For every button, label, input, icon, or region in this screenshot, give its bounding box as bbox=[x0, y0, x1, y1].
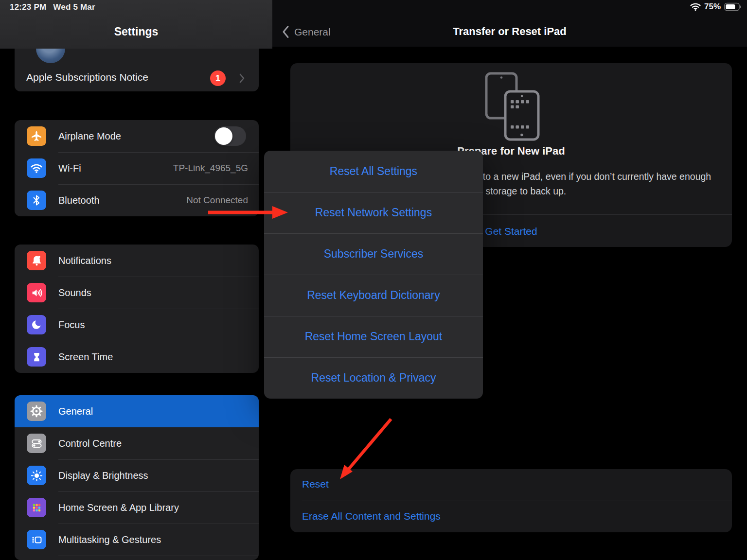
sidebar-title: Settings bbox=[0, 25, 272, 38]
chevron-right-icon bbox=[239, 73, 245, 83]
back-label: General bbox=[294, 26, 331, 38]
divider bbox=[58, 556, 259, 556]
notification-badge: 1 bbox=[210, 70, 226, 86]
airplane-mode-toggle[interactable] bbox=[214, 126, 246, 146]
status-time-date: 12:23 PMWed 5 Mar bbox=[10, 2, 95, 12]
menu-item-reset-network-settings[interactable]: Reset Network Settings bbox=[264, 192, 483, 233]
moon-icon bbox=[27, 315, 46, 334]
wifi-value: TP-Link_4965_5G bbox=[173, 163, 248, 174]
connectivity-card: Airplane Mode Wi-Fi TP-Link_4965_5G bbox=[15, 120, 259, 216]
app-grid-icon bbox=[27, 498, 46, 517]
sidebar-item-control-centre[interactable]: Control Centre bbox=[15, 427, 259, 459]
display-brightness-label: Display & Brightness bbox=[58, 470, 148, 481]
notifications-row[interactable]: Notifications bbox=[15, 245, 259, 277]
red-arrow-to-reset-link bbox=[331, 414, 404, 487]
speaker-icon bbox=[27, 283, 46, 302]
menu-item-reset-home-screen-layout[interactable]: Reset Home Screen Layout bbox=[264, 316, 483, 357]
wifi-status-icon bbox=[690, 3, 701, 11]
multitask-icon bbox=[27, 530, 46, 549]
airplane-mode-row[interactable]: Airplane Mode bbox=[15, 120, 259, 152]
toggles-icon bbox=[27, 434, 46, 453]
sounds-label: Sounds bbox=[58, 287, 91, 298]
home-screen-label: Home Screen & App Library bbox=[58, 502, 179, 513]
wifi-label: Wi-Fi bbox=[58, 163, 81, 174]
bell-icon bbox=[27, 251, 46, 270]
detail-nav-bar bbox=[272, 0, 747, 47]
menu-item-subscriber-services[interactable]: Subscriber Services bbox=[264, 233, 483, 275]
sounds-row[interactable]: Sounds bbox=[15, 277, 259, 309]
general-card: General Control Centre bbox=[15, 395, 259, 560]
sidebar-item-home-screen[interactable]: Home Screen & App Library bbox=[15, 491, 259, 524]
control-centre-label: Control Centre bbox=[58, 438, 122, 449]
erase-all-link[interactable]: Erase All Content and Settings bbox=[302, 510, 441, 522]
gear-icon bbox=[27, 402, 46, 421]
battery-icon bbox=[724, 2, 742, 11]
chevron-left-icon bbox=[282, 25, 289, 38]
status-date: Wed 5 Mar bbox=[53, 2, 95, 12]
status-right-cluster: 75% bbox=[690, 2, 742, 12]
menu-item-reset-location-privacy[interactable]: Reset Location & Privacy bbox=[264, 357, 483, 399]
airplane-mode-label: Airplane Mode bbox=[58, 131, 121, 142]
detail-title: Transfer or Reset iPad bbox=[272, 25, 747, 38]
hourglass-icon bbox=[27, 347, 46, 367]
ipad-settings-screen: Apple Subscriptions Notice 1 Settings 12… bbox=[0, 0, 747, 560]
reset-link[interactable]: Reset bbox=[302, 478, 329, 490]
wifi-icon bbox=[27, 158, 46, 178]
alerts-card: Notifications Sounds Focus bbox=[15, 245, 259, 373]
focus-label: Focus bbox=[58, 319, 85, 331]
toggle-knob bbox=[215, 127, 232, 145]
red-arrow-to-reset-network-settings bbox=[206, 204, 290, 221]
subscriptions-notice-label: Apple Subscriptions Notice bbox=[26, 71, 148, 83]
bluetooth-label: Bluetooth bbox=[58, 195, 100, 206]
reset-popup-menu: Reset All Settings Reset Network Setting… bbox=[264, 151, 483, 399]
bluetooth-icon bbox=[27, 191, 46, 210]
divider bbox=[69, 62, 259, 62]
sidebar-item-display-brightness[interactable]: Display & Brightness bbox=[15, 459, 259, 491]
multitasking-label: Multitasking & Gestures bbox=[58, 534, 161, 545]
menu-item-reset-all-settings[interactable]: Reset All Settings bbox=[264, 151, 483, 192]
screen-time-row[interactable]: Screen Time bbox=[15, 341, 259, 373]
sun-icon bbox=[27, 466, 46, 485]
divider bbox=[302, 501, 732, 501]
sidebar-item-multitasking[interactable]: Multitasking & Gestures bbox=[15, 524, 259, 556]
airplane-icon bbox=[27, 126, 46, 146]
wifi-row[interactable]: Wi-Fi TP-Link_4965_5G bbox=[15, 152, 259, 184]
two-devices-transfer-icon bbox=[484, 71, 541, 142]
notifications-label: Notifications bbox=[58, 255, 111, 266]
general-label: General bbox=[58, 406, 93, 417]
focus-row[interactable]: Focus bbox=[15, 309, 259, 341]
menu-item-reset-keyboard-dictionary[interactable]: Reset Keyboard Dictionary bbox=[264, 275, 483, 316]
screen-time-label: Screen Time bbox=[58, 351, 113, 363]
battery-percent: 75% bbox=[704, 2, 721, 12]
sidebar-item-general[interactable]: General bbox=[15, 395, 259, 427]
status-time: 12:23 PM bbox=[10, 2, 46, 12]
back-button[interactable]: General bbox=[282, 25, 331, 38]
